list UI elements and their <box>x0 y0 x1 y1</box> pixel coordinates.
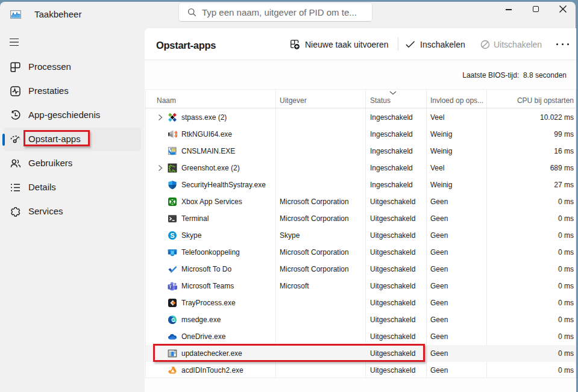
svg-text:T: T <box>169 285 172 289</box>
svg-text:S: S <box>170 232 174 239</box>
